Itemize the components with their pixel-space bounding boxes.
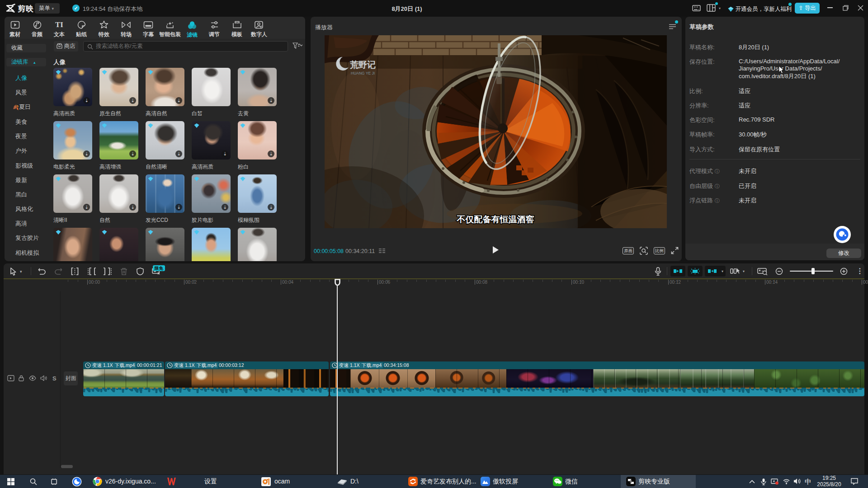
svg-text:不仅配备有恒温酒窖: 不仅配备有恒温酒窖 [457,215,534,224]
